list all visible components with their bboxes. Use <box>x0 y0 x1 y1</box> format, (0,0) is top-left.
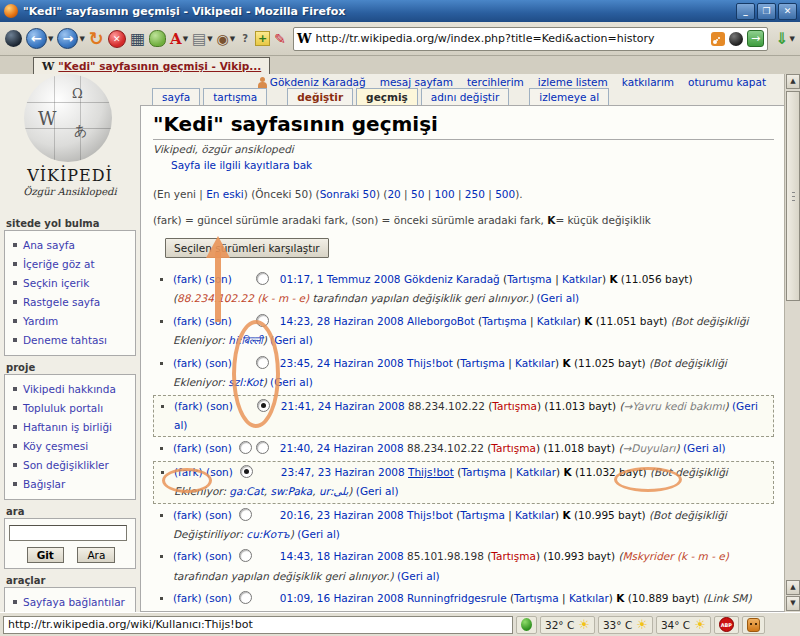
last-diff-link[interactable]: (son) <box>205 509 232 521</box>
old-revision-radio[interactable] <box>240 465 253 478</box>
diff-link[interactable]: (fark) <box>173 273 202 285</box>
sidebar-item-bağışlar[interactable]: Bağışlar <box>9 475 133 494</box>
url-input[interactable]: http://tr.wikipedia.org/w/index.php?titl… <box>316 32 708 45</box>
summary-link[interactable]: ga:Cat <box>229 485 264 497</box>
diff-link[interactable]: (fark) <box>174 466 203 478</box>
sidebar-link[interactable]: Son değişiklikler <box>23 459 109 471</box>
last-diff-link[interactable]: (son) <box>206 400 233 412</box>
revert-link[interactable]: (Geri al) <box>270 376 313 388</box>
rss-feed-icon[interactable] <box>711 32 725 46</box>
pagination-link[interactable]: 50 <box>411 188 424 200</box>
pagination-link[interactable]: En eski <box>206 188 244 200</box>
browser-tab[interactable]: W "Kedi" sayfasının geçmişi - Vikip... <box>33 57 270 75</box>
talk-link[interactable]: Tartışma <box>514 592 559 604</box>
revision-timestamp-link[interactable]: 14:23, 28 Haziran 2008 <box>280 315 404 327</box>
old-revision-radio[interactable] <box>239 441 252 454</box>
last-diff-link[interactable]: (son) <box>205 592 232 604</box>
tab-tartışma[interactable]: tartışma <box>203 88 267 105</box>
summary-link[interactable]: ur:بلی <box>319 485 348 497</box>
personal-link[interactable]: katkılarım <box>622 76 674 88</box>
last-diff-link[interactable]: (son) <box>206 466 233 478</box>
sidebar-link[interactable]: Rastgele sayfa <box>23 296 100 308</box>
vertical-scrollbar[interactable]: ▲ ▲ ▼ <box>784 74 800 612</box>
search-input[interactable] <box>9 525 127 541</box>
new-revision-radio[interactable] <box>257 399 270 412</box>
revision-timestamp-link[interactable]: 21:40, 24 Haziran 2008 <box>280 442 404 454</box>
revision-timestamp-link[interactable]: 21:41, 24 Haziran 2008 <box>281 400 405 412</box>
last-diff-link[interactable]: (son) <box>205 273 232 285</box>
revision-timestamp-link[interactable]: 14:43, 18 Haziran 2008 <box>280 550 404 562</box>
scroll-up-button[interactable]: ▲ <box>786 74 800 89</box>
sidebar-item-vikipedi-hakkında[interactable]: Vikipedi hakkında <box>9 380 133 399</box>
user-link[interactable]: AlleborgoBot <box>407 315 475 327</box>
stop-button[interactable]: ✕ <box>107 27 127 51</box>
revision-timestamp-link[interactable]: 01:09, 16 Haziran 2008 <box>280 592 404 604</box>
search-go-button[interactable]: Git <box>27 547 64 563</box>
talk-link[interactable]: Tartışma <box>507 273 552 285</box>
tab-geçmiş[interactable]: geçmiş <box>356 88 418 105</box>
camera-tool-icon[interactable]: ◉▼ <box>216 27 237 51</box>
talk-link[interactable]: Tartışma <box>461 466 506 478</box>
chevron-down-icon[interactable]: ▼ <box>207 35 212 43</box>
pagination-link[interactable]: 500 <box>495 188 515 200</box>
mascot-addon-icon[interactable] <box>148 27 167 51</box>
sidebar-item-köy-çeşmesi[interactable]: Köy çeşmesi <box>9 437 133 456</box>
user-link[interactable]: Thijs!bot <box>408 466 454 478</box>
scroll-up-button-bottom[interactable]: ▲ <box>786 580 800 595</box>
search-ara-button[interactable]: Ara <box>77 547 115 563</box>
last-diff-link[interactable]: (son) <box>205 315 232 327</box>
tab-adını-değiştir[interactable]: adını değiştir <box>421 88 509 105</box>
sidebar-item-yardım[interactable]: Yardım <box>9 312 133 331</box>
revision-timestamp-link[interactable]: 23:45, 24 Haziran 2008 <box>280 357 404 369</box>
diff-link[interactable]: (fark) <box>173 509 202 521</box>
sidebar-link[interactable]: Haftanın iş birliği <box>23 421 112 433</box>
sidebar-link[interactable]: Köy çeşmesi <box>23 440 88 452</box>
pagination-link[interactable]: 250 <box>465 188 485 200</box>
sidebar-link[interactable]: Topluluk portalı <box>23 402 103 414</box>
contribs-link[interactable]: Katkılar <box>516 466 556 478</box>
chevron-down-icon[interactable]: ▼ <box>183 35 188 43</box>
user-link[interactable]: Thijs!bot <box>407 357 453 369</box>
revert-link[interactable]: (Geri al) <box>397 570 440 582</box>
adblock-plus-button[interactable]: ABP <box>714 616 739 634</box>
tab-değiştir[interactable]: değiştir <box>287 88 353 105</box>
revision-timestamp-link[interactable]: 01:17, 1 Temmuz 2008 <box>280 273 401 285</box>
revert-link[interactable]: (Geri al) <box>297 528 340 540</box>
font-tool-icon[interactable]: A▼ <box>169 27 189 51</box>
sidebar-link[interactable]: Yardım <box>23 315 58 327</box>
scrollbar-thumb[interactable] <box>786 91 800 301</box>
tab-izlemeye-al[interactable]: izlemeye al <box>529 88 609 105</box>
sidebar-link[interactable]: Deneme tahtası <box>23 334 107 346</box>
new-revision-radio[interactable] <box>256 441 269 454</box>
diff-link[interactable]: (fark) <box>173 550 202 562</box>
sidebar-link[interactable]: Vikipedi hakkında <box>23 383 116 395</box>
chevron-down-icon[interactable]: ▼ <box>230 35 235 43</box>
contribs-link[interactable]: Katkılar <box>537 315 577 327</box>
last-diff-link[interactable]: (son) <box>205 357 232 369</box>
note-add-icon[interactable]: + <box>254 27 271 51</box>
forward-button[interactable]: →▼ <box>56 27 85 51</box>
url-bar[interactable]: W http://tr.wikipedia.org/w/index.php?ti… <box>293 27 768 51</box>
sidebar-item-rastgele-sayfa[interactable]: Rastgele sayfa <box>9 293 133 312</box>
sidebar-item-ana-sayfa[interactable]: Ana sayfa <box>9 236 133 255</box>
chevron-down-icon[interactable]: ▼ <box>79 35 84 43</box>
revert-link[interactable]: (Geri al) <box>356 485 399 497</box>
talk-link[interactable]: Tartışma <box>492 400 537 412</box>
app-globe-icon[interactable] <box>4 27 23 51</box>
extension-button[interactable] <box>742 616 765 634</box>
user-link[interactable]: Gökdeniz Karadağ <box>404 273 500 285</box>
talk-link[interactable]: Tartışma <box>460 357 505 369</box>
talk-link[interactable]: Tartışma <box>491 550 536 562</box>
new-revision-radio[interactable] <box>256 272 269 285</box>
pagination-link[interactable]: 20 <box>387 188 400 200</box>
downloads-button[interactable]: ⇓▼ <box>774 27 796 51</box>
go-button[interactable]: → <box>747 30 764 47</box>
new-revision-radio[interactable] <box>256 314 269 327</box>
sidebar-link[interactable]: Ana sayfa <box>23 239 75 251</box>
tab-sayfa[interactable]: sayfa <box>152 88 200 105</box>
contribs-link[interactable]: Katkılar <box>515 357 555 369</box>
revision-timestamp-link[interactable]: 23:47, 23 Haziran 2008 <box>281 466 405 478</box>
talk-link[interactable]: Tartışma <box>460 509 505 521</box>
close-button[interactable]: ✕ <box>778 3 797 20</box>
highlighter-icon[interactable]: ✎ <box>273 27 287 51</box>
